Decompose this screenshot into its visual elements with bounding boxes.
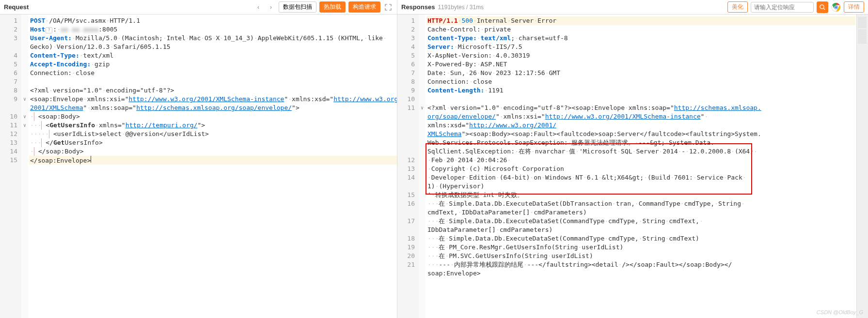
search-button[interactable] [817,1,828,13]
beautify-button[interactable]: 美化 [727,1,748,13]
response-panel: Responses 1191bytes / 31ms 美化 详情 1234567… [397,0,868,318]
response-content[interactable]: HTTP/1.1·500·Internal·Server·ErrorCache-… [426,15,856,318]
search-input[interactable] [751,2,814,13]
request-title: Request [4,3,29,11]
svg-point-3 [835,6,837,9]
nav-next-icon[interactable]: › [266,2,276,12]
expand-icon[interactable] [383,2,393,12]
request-content[interactable]: POST·/OA/PM/svc.asmx·HTTP/1.1Host?:·▮▮.▮… [28,15,397,318]
svg-point-0 [820,5,824,9]
watermark: CSDN @OldBoy_G [817,309,863,315]
scan-button[interactable]: 数据包扫描 [279,1,316,13]
request-gutter: 123456789101112131415 [0,15,21,318]
response-info: 1191bytes / 31ms [438,4,484,11]
construct-request-button[interactable]: 构造请求 [348,1,380,13]
request-header: Request ‹ › 数据包扫描 热加载 构造请求 [0,0,397,15]
response-header: Responses 1191bytes / 31ms 美化 详情 [397,0,868,15]
minimap[interactable] [856,15,868,318]
response-code[interactable]: 123456789101112131415161718192021 ∨ HTTP… [397,15,868,318]
hot-reload-button[interactable]: 热加载 [319,1,346,13]
detail-button[interactable]: 详情 [844,1,864,13]
request-panel: Request ‹ › 数据包扫描 热加载 构造请求 1234567891011… [0,0,397,318]
response-title: Responses [401,3,435,11]
search-icon [820,4,825,10]
request-fold-col: ∨∨∨ [21,15,28,318]
response-fold-col: ∨ [419,15,426,318]
chrome-icon[interactable] [831,2,841,12]
request-code[interactable]: 123456789101112131415 ∨∨∨ POST·/OA/PM/sv… [0,15,397,318]
response-gutter: 123456789101112131415161718192021 [397,15,419,318]
nav-prev-icon[interactable]: ‹ [253,2,263,12]
